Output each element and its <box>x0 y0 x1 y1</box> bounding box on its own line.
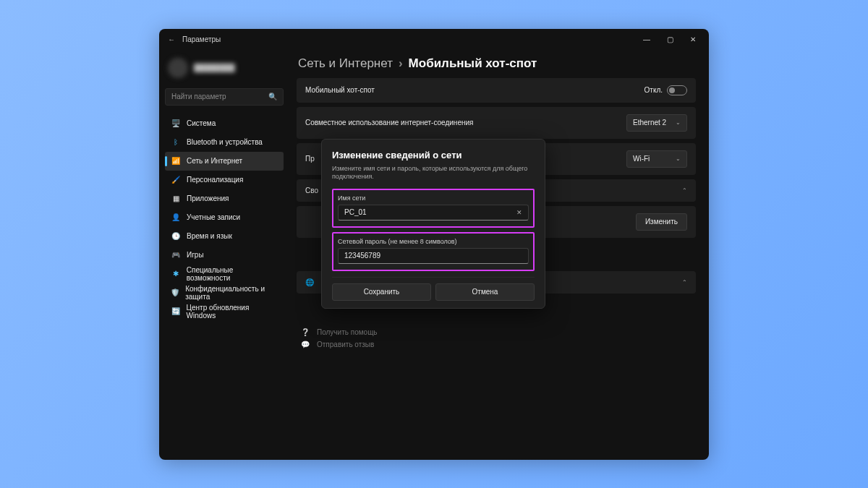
nav-system[interactable]: 🖥️Система <box>165 114 284 133</box>
save-button[interactable]: Сохранить <box>332 283 431 301</box>
apps-icon: ▦ <box>171 194 181 202</box>
network-name-group: Имя сети ✕ <box>332 189 535 228</box>
share-dropdown[interactable]: Ethernet 2 ⌄ <box>626 114 687 132</box>
help-links: ❔ Получить помощь 💬 Отправить отзыв <box>297 328 696 348</box>
nav-personalization[interactable]: 🖌️Персонализация <box>165 171 284 189</box>
dialog-button-row: Сохранить Отмена <box>332 277 535 301</box>
hotspot-label: Мобильный хот-спот <box>305 86 375 94</box>
network-name-input[interactable]: ✕ <box>338 205 529 221</box>
help-icon: ❔ <box>301 328 311 336</box>
nav-games[interactable]: 🎮Игры <box>165 246 284 265</box>
user-account-header[interactable]: ████████ <box>165 55 284 84</box>
accounts-icon: 👤 <box>171 213 181 221</box>
settings-window: ← Параметры — ▢ ✕ ████████ Найти парамет… <box>159 29 709 460</box>
chevron-up-icon: ⌃ <box>682 187 687 194</box>
wifi-dropdown[interactable]: Wi-Fi ⌄ <box>626 150 687 168</box>
network-password-field[interactable] <box>344 252 522 260</box>
nav-accounts[interactable]: 👤Учетные записи <box>165 208 284 227</box>
share-label: Совместное использование интернет-соедин… <box>305 119 473 127</box>
edit-network-dialog: Изменение сведений о сети Измените имя с… <box>321 139 545 309</box>
privacy-icon: 🛡️ <box>171 288 179 296</box>
avatar <box>168 58 188 78</box>
clear-input-icon[interactable]: ✕ <box>516 209 522 216</box>
nav-bluetooth[interactable]: ᛒBluetooth и устройства <box>165 133 284 152</box>
titlebar: ← Параметры — ▢ ✕ <box>159 29 709 51</box>
bluetooth-icon: ᛒ <box>171 138 181 146</box>
chevron-right-icon: › <box>399 56 403 71</box>
network-password-input[interactable] <box>338 248 529 264</box>
time-icon: 🕒 <box>171 232 181 240</box>
network-icon: 📶 <box>171 157 181 165</box>
nav-apps[interactable]: ▦Приложения <box>165 189 284 208</box>
personalization-icon: 🖌️ <box>171 176 181 184</box>
edit-button[interactable]: Изменить <box>636 213 687 231</box>
cancel-button[interactable]: Отмена <box>435 283 535 301</box>
search-placeholder: Найти параметр <box>171 93 226 100</box>
close-button[interactable]: ✕ <box>681 29 705 51</box>
accessibility-icon: ✱ <box>171 270 181 278</box>
nav-accessibility[interactable]: ✱Специальные возможности <box>165 265 284 283</box>
chevron-down-icon: ⌄ <box>676 155 681 162</box>
network-name-field[interactable] <box>344 208 516 216</box>
network-name-label: Имя сети <box>338 194 529 202</box>
dialog-title: Изменение сведений о сети <box>332 150 535 160</box>
share-connection-card: Совместное использование интернет-соедин… <box>297 107 696 139</box>
nav-update[interactable]: 🔄Центр обновления Windows <box>165 302 284 321</box>
nav-network[interactable]: 📶Сеть и Интернет <box>165 152 284 171</box>
network-password-group: Сетевой пароль (не менее 8 символов) <box>332 232 535 271</box>
breadcrumb-root[interactable]: Сеть и Интернет <box>298 56 393 71</box>
games-icon: 🎮 <box>171 251 181 259</box>
wifi-value: Wi-Fi <box>633 155 650 163</box>
globe-icon: 🌐 <box>305 278 314 286</box>
search-icon: 🔍 <box>268 93 277 100</box>
maximize-button[interactable]: ▢ <box>658 29 681 51</box>
search-input[interactable]: Найти параметр 🔍 <box>165 88 284 106</box>
hotspot-state: Откл. <box>644 86 663 94</box>
hotspot-toggle-card: Мобильный хот-спот Откл. <box>297 78 696 103</box>
toggle-switch[interactable] <box>667 85 687 95</box>
feedback-link[interactable]: 💬 Отправить отзыв <box>301 341 696 348</box>
network-password-label: Сетевой пароль (не менее 8 символов) <box>338 238 529 245</box>
toggle-thumb <box>669 87 675 93</box>
update-icon: 🔄 <box>171 307 181 315</box>
share-value: Ethernet 2 <box>633 119 666 127</box>
nav-privacy[interactable]: 🛡️Конфиденциальность и защита <box>165 283 284 302</box>
window-title: Параметры <box>179 35 221 43</box>
chevron-down-icon: ⌄ <box>676 119 681 126</box>
get-help-link[interactable]: ❔ Получить помощь <box>301 328 696 336</box>
username: ████████ <box>194 64 235 72</box>
feedback-icon: 💬 <box>301 341 311 348</box>
obscured-label-1: Пр <box>305 155 315 163</box>
dialog-description: Измените имя сети и пароль, которые испо… <box>332 165 535 181</box>
minimize-button[interactable]: — <box>635 29 658 51</box>
chevron-up-icon: ⌃ <box>682 279 687 286</box>
page-title: Мобильный хот-спот <box>409 56 537 71</box>
back-button[interactable]: ← <box>163 35 179 43</box>
hotspot-toggle[interactable]: Откл. <box>644 85 687 95</box>
system-icon: 🖥️ <box>171 119 181 127</box>
obscured-label-2: Сво <box>305 187 318 194</box>
nav-time[interactable]: 🕒Время и язык <box>165 227 284 246</box>
sidebar: ████████ Найти параметр 🔍 🖥️Система ᛒBlu… <box>159 51 289 460</box>
breadcrumb: Сеть и Интернет › Мобильный хот-спот <box>297 55 696 78</box>
nav-list: 🖥️Система ᛒBluetooth и устройства 📶Сеть … <box>165 114 284 321</box>
